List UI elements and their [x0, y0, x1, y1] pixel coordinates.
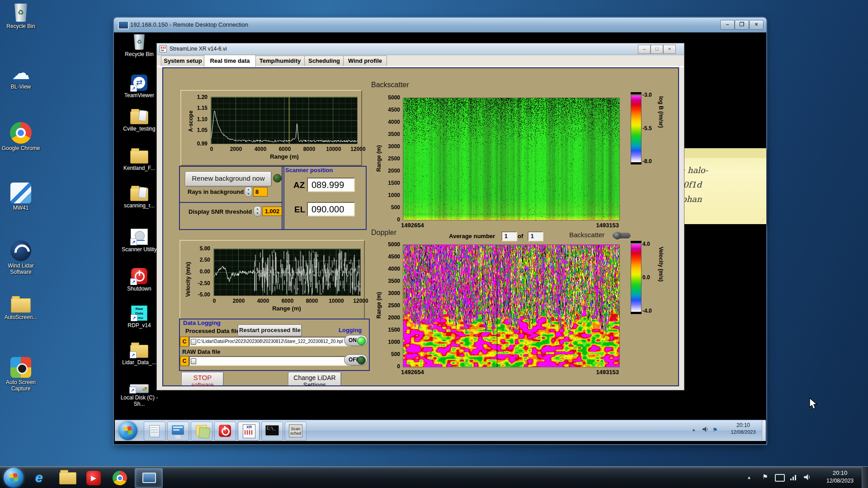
display-icon[interactable] [775, 474, 785, 482]
renew-background-button[interactable]: Renew background now [185, 171, 272, 187]
network-icon[interactable] [789, 473, 797, 483]
raw-path-field[interactable] [189, 356, 351, 366]
rays-spinner[interactable]: ▲▼ [245, 187, 252, 197]
backscatter-colorbar [631, 95, 642, 163]
folder-icon [11, 298, 31, 313]
tab-wind-profile[interactable]: Wind profile [343, 56, 387, 67]
rdp-icon-lidar-data[interactable]: Lidar_Data_... [118, 345, 160, 366]
streamline-titlebar[interactable]: StreamLine XR v14-6.vi – □ × [157, 43, 684, 55]
rdp-icon-shutdown[interactable]: Shutdown [118, 268, 160, 292]
processed-path-field[interactable]: C:\Lidar\Data\Proc\2023\202308\20230812\… [189, 337, 351, 347]
rdp-clock[interactable]: 20:10 12/08/2023 [726, 422, 760, 435]
desktop-icon-autoscreen-folder[interactable]: AutoScreen... [1, 298, 41, 320]
average-total-field[interactable]: 1 [528, 231, 543, 241]
backscatter-title: Backscatter [371, 81, 409, 89]
tray-expand-icon[interactable]: ▲ [747, 475, 751, 480]
taskbar-control-panel[interactable] [167, 422, 189, 441]
ascope-plot[interactable] [211, 97, 358, 144]
rdp-icon-cville-testing[interactable]: Cville_testing [118, 111, 160, 132]
rdp-titlebar[interactable]: 192.168.0.150 - Remote Desktop Connectio… [114, 18, 766, 33]
volume-icon[interactable] [702, 426, 709, 435]
doppler-colorbar [631, 244, 642, 312]
spin-up-icon: ▲ [247, 188, 250, 191]
app-maximize-button[interactable]: □ [651, 45, 663, 54]
backscatter-ytick: 500 [381, 204, 400, 211]
volume-icon[interactable] [803, 473, 811, 483]
rdp-icon-recycle-bin[interactable]: ♻ Recycle Bin [118, 34, 160, 57]
show-desktop-button[interactable] [862, 467, 868, 488]
desktop-icon-wind-lidar[interactable]: Wind Lidar Software [1, 240, 41, 275]
cbar-tick: 0.0 [642, 274, 658, 281]
maximize-icon: □ [656, 46, 659, 52]
tab-system-setup[interactable]: System setup [161, 56, 205, 67]
az-field[interactable]: 089.999 [307, 178, 355, 192]
close-icon: × [755, 21, 758, 28]
rdp-icon-scanner-utility[interactable]: Scanner Utility [118, 229, 160, 253]
processed-drive-selector[interactable]: C [180, 337, 189, 347]
desktop-icon-recycle-bin[interactable]: ♻ Recycle Bin [1, 4, 41, 29]
taskbar-shutdown[interactable] [214, 422, 236, 441]
stop-software-button[interactable]: STOP software [181, 372, 224, 386]
tray-expand-icon[interactable]: ▲ [692, 427, 696, 432]
restart-processed-file-button[interactable]: Restart processed file [238, 324, 302, 337]
desktop-icon-auto-screen-capture[interactable]: Auto Screen Capture [1, 357, 41, 392]
app-close-button[interactable]: × [663, 45, 676, 54]
tab-scheduling[interactable]: Scheduling [304, 56, 344, 67]
tab-real-time-data[interactable]: Real time data [204, 55, 256, 67]
taskbar-internet-explorer[interactable]: e [30, 468, 53, 487]
desktop-icon-mw41[interactable]: MW41 [1, 183, 41, 211]
backscatter-heatmap[interactable] [403, 98, 620, 221]
doppler-xend: 1493153 [587, 369, 619, 375]
average-number-field[interactable]: 1 [501, 231, 517, 241]
backscatter-toggle-label: Backscatter [569, 231, 604, 239]
system-clock[interactable]: 20:10 12/08/2023 [821, 469, 859, 484]
app-minimize-button[interactable]: – [638, 45, 651, 54]
backscatter-toggle[interactable] [613, 233, 631, 239]
taskbar-notepad[interactable] [144, 422, 165, 441]
change-lidar-settings-button[interactable]: Change LiDAR Settings [288, 372, 341, 386]
resize-grip-icon[interactable]: ⋰ [760, 218, 764, 223]
rays-value[interactable]: 8 [253, 187, 268, 197]
doppler-heatmap[interactable] [403, 244, 620, 367]
rdp-icon-scanning[interactable]: scanning_r... [118, 188, 160, 209]
start-button[interactable] [4, 468, 24, 488]
rdp-close-button[interactable]: × [749, 20, 764, 30]
taskbar-scan-scheduler[interactable]: Scan sched [285, 422, 307, 441]
raw-logging-toggle[interactable]: OFF [344, 354, 368, 366]
taskbar-rdp-active[interactable] [135, 468, 163, 488]
snr-value[interactable]: 1.002 [262, 206, 282, 216]
taskbar-media-player[interactable]: ▶ [82, 468, 106, 487]
rdp-icon-rdp-v14[interactable]: Raw Data Proc RDP_v14 [118, 305, 160, 328]
rdp-icon-kentland[interactable]: Kentland_F... [118, 150, 160, 171]
tab-temp-humidity[interactable]: Temp/humidity [255, 56, 305, 67]
rdp-restore-button[interactable]: ❐ [735, 20, 749, 30]
folder-icon [130, 188, 148, 201]
velocity-plot[interactable] [213, 249, 361, 296]
ascope-xtick: 0 [202, 146, 222, 152]
raw-drive-selector[interactable]: C [180, 356, 189, 366]
taskbar-streamline-xr-active[interactable]: XR [238, 422, 259, 441]
processed-logging-toggle[interactable]: ON [344, 335, 368, 346]
snr-spinner[interactable]: ▲▼ [254, 206, 261, 216]
streamline-title: StreamLine XR v14-6.vi [170, 46, 227, 52]
velocity-xtick: 6000 [278, 298, 297, 304]
taskbar-sticky-notes[interactable] [191, 422, 212, 441]
taskbar-chrome[interactable] [108, 468, 132, 487]
taskbar-explorer[interactable] [56, 468, 80, 487]
outer-desktop: ♻ Recycle Bin ☁ BL-View Google Chrome MW… [0, 0, 868, 488]
rdp-minimize-button[interactable]: – [720, 20, 735, 30]
desktop-icon-bl-view[interactable]: ☁ BL-View [1, 63, 41, 90]
scan-sched-icon: Scan sched [289, 424, 302, 437]
cbar-tick: -5.5 [642, 125, 658, 131]
show-desktop-button[interactable] [762, 420, 766, 441]
action-center-flag-icon[interactable]: ⚑ [712, 427, 718, 433]
el-field[interactable]: 090.000 [307, 202, 355, 216]
action-center-flag-icon[interactable]: ⚑ [762, 473, 768, 480]
rdp-icon-teamviewer[interactable]: ⇄ TeamViewer [118, 75, 160, 99]
raw-data-file-label: RAW Data file [182, 348, 221, 355]
desktop-icon-google-chrome[interactable]: Google Chrome [1, 122, 41, 151]
backscatter-ytick: 4500 [381, 107, 400, 113]
start-button[interactable] [118, 421, 137, 440]
rdp-icon-local-disk[interactable]: Local Disk (C) - Sh... [118, 384, 160, 407]
taskbar-cmd[interactable]: C:\_ [261, 422, 283, 441]
